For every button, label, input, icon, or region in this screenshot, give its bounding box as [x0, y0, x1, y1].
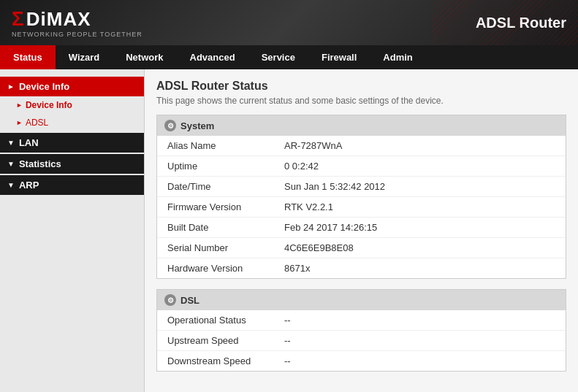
logo-tagline: NETWORKING PEOPLE TOGETHER	[12, 31, 142, 38]
row-key-builtdate: Built Date	[157, 218, 274, 238]
sidebar-item-device-info[interactable]: ► Device Info	[0, 96, 144, 114]
chevron-right-icon: ►	[7, 82, 15, 91]
page-description: This page shows the current status and s…	[156, 96, 566, 106]
table-row: Alias Name AR-7287WnA	[157, 136, 566, 156]
row-val-op-status: --	[274, 310, 566, 331]
sub-arrow-icon: ►	[16, 101, 23, 109]
dsl-section-header: ⚙ DSL	[157, 290, 566, 310]
row-val-firmware: RTK V2.2.1	[274, 197, 566, 218]
content-area: ADSL Router Status This page shows the c…	[145, 69, 578, 392]
nav-item-admin[interactable]: Admin	[370, 45, 425, 69]
main-layout: ► Device Info ► Device Info ► ADSL ▼ LAN	[0, 69, 578, 392]
row-key-firmware: Firmware Version	[157, 197, 274, 218]
row-val-hardware: 8671x	[274, 258, 566, 279]
chevron-down-icon-lan: ▼	[7, 139, 15, 147]
chevron-down-icon-statistics: ▼	[7, 160, 15, 168]
row-key-upstream: Upstream Speed	[157, 331, 274, 351]
row-key-serial: Serial Number	[157, 238, 274, 258]
sidebar-section-lan: ▼ LAN	[0, 133, 144, 153]
system-section-icon: ⚙	[164, 120, 176, 131]
sidebar-label-arp: ARP	[19, 180, 39, 191]
sigma-icon: Σ	[12, 7, 25, 30]
chevron-down-icon-arp: ▼	[7, 181, 15, 189]
row-val-uptime: 0 0:2:42	[274, 156, 566, 177]
table-row: Operational Status --	[157, 310, 566, 331]
sidebar-sub-label-adsl: ADSL	[26, 118, 48, 128]
sidebar-section-device-info: ► Device Info ► Device Info ► ADSL	[0, 77, 144, 131]
row-key-uptime: Uptime	[157, 156, 274, 177]
row-val-serial: 4C6E6E9B8E08	[274, 238, 566, 258]
main-nav: Status Wizard Network Advanced Service F…	[0, 45, 578, 69]
row-val-upstream: --	[274, 331, 566, 351]
nav-item-advanced[interactable]: Advanced	[177, 45, 248, 69]
sidebar: ► Device Info ► Device Info ► ADSL ▼ LAN	[0, 69, 145, 392]
sidebar-item-adsl[interactable]: ► ADSL	[0, 114, 144, 131]
nav-item-service[interactable]: Service	[248, 45, 308, 69]
page-title: ADSL Router Status	[156, 80, 566, 93]
row-val-datetime: Sun Jan 1 5:32:42 2012	[274, 177, 566, 197]
header: ΣDiMAX NETWORKING PEOPLE TOGETHER ADSL R…	[0, 0, 578, 45]
system-section: ⚙ System Alias Name AR-7287WnA Uptime 0 …	[156, 115, 566, 279]
sidebar-header-device-info[interactable]: ► Device Info	[0, 77, 144, 96]
row-key-hardware: Hardware Version	[157, 258, 274, 279]
logo-dimax: DiMAX	[26, 8, 91, 30]
row-key-datetime: Date/Time	[157, 177, 274, 197]
logo-text: ΣDiMAX	[12, 8, 91, 30]
table-row: Upstream Speed --	[157, 331, 566, 351]
header-title: ADSL Router	[476, 15, 566, 31]
sidebar-label-device-info: Device Info	[19, 81, 69, 92]
nav-item-status[interactable]: Status	[0, 45, 56, 69]
row-key-op-status: Operational Status	[157, 310, 274, 331]
row-key-downstream: Downstream Speed	[157, 351, 274, 372]
table-row: Built Date Feb 24 2017 14:26:15	[157, 218, 566, 238]
sidebar-section-arp: ▼ ARP	[0, 175, 144, 195]
sub-arrow-icon-adsl: ►	[16, 119, 23, 126]
row-val-builtdate: Feb 24 2017 14:26:15	[274, 218, 566, 238]
sidebar-sub-label-device-info: Device Info	[26, 100, 72, 110]
system-section-label: System	[180, 120, 214, 131]
sidebar-section-statistics: ▼ Statistics	[0, 154, 144, 174]
table-row: Firmware Version RTK V2.2.1	[157, 197, 566, 218]
sidebar-sub-device-info: ► Device Info ► ADSL	[0, 96, 144, 131]
row-val-downstream: --	[274, 351, 566, 372]
table-row: Downstream Speed --	[157, 351, 566, 372]
dsl-section-label: DSL	[180, 295, 199, 306]
row-val-alias: AR-7287WnA	[274, 136, 566, 156]
dsl-table: Operational Status -- Upstream Speed -- …	[157, 310, 566, 371]
table-row: Serial Number 4C6E6E9B8E08	[157, 238, 566, 258]
nav-item-firewall[interactable]: Firewall	[308, 45, 370, 69]
table-row: Uptime 0 0:2:42	[157, 156, 566, 177]
sidebar-header-arp[interactable]: ▼ ARP	[0, 175, 144, 195]
table-row: Date/Time Sun Jan 1 5:32:42 2012	[157, 177, 566, 197]
dsl-section-icon: ⚙	[164, 294, 176, 306]
dsl-section: ⚙ DSL Operational Status -- Upstream Spe…	[156, 289, 566, 372]
sidebar-header-statistics[interactable]: ▼ Statistics	[0, 154, 144, 174]
table-row: Hardware Version 8671x	[157, 258, 566, 279]
row-key-alias: Alias Name	[157, 136, 274, 156]
nav-item-wizard[interactable]: Wizard	[56, 45, 113, 69]
sidebar-label-statistics: Statistics	[19, 158, 61, 169]
system-section-header: ⚙ System	[157, 115, 566, 136]
sidebar-label-lan: LAN	[19, 137, 39, 148]
system-table: Alias Name AR-7287WnA Uptime 0 0:2:42 Da…	[157, 136, 566, 278]
sidebar-header-lan[interactable]: ▼ LAN	[0, 133, 144, 153]
logo: ΣDiMAX NETWORKING PEOPLE TOGETHER	[12, 7, 142, 38]
nav-item-network[interactable]: Network	[113, 45, 176, 69]
